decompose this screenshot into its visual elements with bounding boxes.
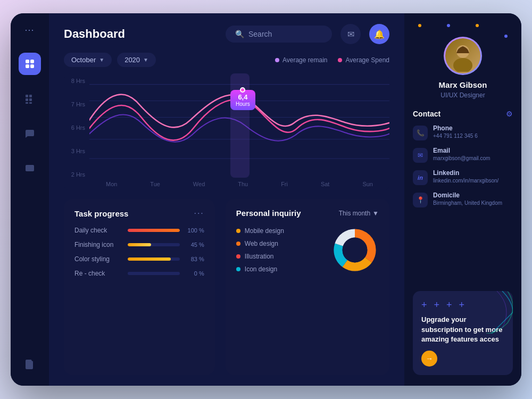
year-label: 2020 bbox=[124, 56, 140, 64]
search-icon: 🔍 bbox=[235, 30, 244, 38]
bottom-panels: Task progress ··· Daily check 100 % Fini… bbox=[49, 199, 404, 386]
svg-point-25 bbox=[453, 58, 472, 72]
tooltip-dot bbox=[240, 87, 245, 93]
personal-inquiry-panel: Personal inquiriy This month ▼ Mobile de… bbox=[226, 199, 389, 375]
task-progress-title: Task progress bbox=[74, 209, 128, 218]
contact-item-phone: 📞 Phone +44 791 112 345 6 bbox=[413, 124, 513, 140]
personal-inquiry-header: Personal inquiriy This month ▼ bbox=[236, 209, 379, 218]
personal-inquiry-legend: Mobile design Web design Illustration bbox=[236, 227, 322, 273]
mail-button[interactable]: ✉ bbox=[340, 24, 361, 44]
search-placeholder: Search bbox=[248, 30, 272, 38]
x-label-thu: Thu bbox=[238, 181, 248, 187]
chart-legend: Average remain Average Spend bbox=[275, 56, 389, 64]
sidebar-menu-dots[interactable]: ⋯ bbox=[24, 24, 36, 36]
task-pct-3: 83 % bbox=[185, 256, 204, 262]
chart-controls: October ▼ 2020 ▼ Average remain Average … bbox=[64, 53, 389, 67]
x-label-sat: Sat bbox=[321, 181, 330, 187]
contact-phone-info: Phone +44 791 112 345 6 bbox=[433, 124, 513, 139]
avatar bbox=[444, 37, 482, 75]
linkedin-icon: in bbox=[413, 170, 428, 185]
legend-spend: Average Spend bbox=[338, 56, 389, 64]
donut-chart bbox=[331, 226, 379, 274]
x-label-wed: Wed bbox=[193, 181, 205, 187]
progress-track-2 bbox=[128, 243, 180, 246]
tooltip-unit: Hours bbox=[236, 101, 250, 107]
y-label-8: 8 Hrs bbox=[64, 78, 89, 84]
x-label-tue: Tue bbox=[150, 181, 160, 187]
page-title: Dashboard bbox=[64, 27, 125, 41]
header: Dashboard 🔍 Search ✉ 🔔 bbox=[49, 13, 404, 53]
svg-rect-5 bbox=[29, 95, 32, 97]
legend-spend-label: Average Spend bbox=[345, 56, 389, 64]
legend-item-mobile: Mobile design bbox=[236, 227, 322, 235]
profile-bg-dots bbox=[413, 24, 513, 38]
legend-item-illustration: Illustration bbox=[236, 253, 322, 260]
task-name-1: Daily check bbox=[74, 227, 122, 234]
task-pct-4: 0 % bbox=[185, 270, 204, 277]
sidebar-item-grid[interactable] bbox=[19, 88, 41, 110]
x-label-fri: Fri bbox=[281, 181, 288, 187]
this-month-button[interactable]: This month ▼ bbox=[339, 210, 379, 217]
task-row: Finishing icon 45 % bbox=[74, 241, 204, 248]
task-name-4: Re - check bbox=[74, 270, 122, 277]
task-progress-menu[interactable]: ··· bbox=[194, 209, 204, 218]
legend-label-web: Web design bbox=[245, 240, 278, 247]
upgrade-card: + + + + Upgrade your subscription to get… bbox=[413, 291, 513, 375]
profile-section: Marx Gibson UI/UX Designer bbox=[413, 24, 513, 99]
wave-chart-wrapper: 8 Hrs 7 Hrs 6 Hrs 3 Hrs 2 Hrs bbox=[64, 73, 389, 190]
svg-rect-9 bbox=[29, 102, 32, 104]
svg-rect-7 bbox=[29, 98, 32, 101]
progress-track-4 bbox=[128, 272, 180, 275]
month-dropdown[interactable]: October ▼ bbox=[64, 53, 112, 67]
legend-dot-web bbox=[236, 242, 240, 246]
sidebar-item-messages[interactable] bbox=[19, 123, 41, 145]
legend-label-mobile: Mobile design bbox=[245, 227, 284, 235]
tooltip-value: 6,4 bbox=[236, 93, 250, 101]
profile-role: UI/UX Designer bbox=[440, 92, 485, 99]
svg-rect-2 bbox=[26, 64, 29, 68]
task-pct-1: 100 % bbox=[185, 227, 204, 234]
upgrade-button[interactable]: → bbox=[421, 351, 437, 367]
task-pct-2: 45 % bbox=[185, 242, 204, 248]
contact-header: Contact ⚙ bbox=[413, 110, 513, 118]
period-dropdown-arrow: ▼ bbox=[372, 210, 379, 217]
contact-domicile-info: Domicile Birmingham, United Kingdom bbox=[433, 192, 513, 206]
progress-fill-2 bbox=[128, 243, 151, 246]
legend-label-illustration: Illustration bbox=[245, 253, 274, 260]
svg-rect-6 bbox=[26, 98, 28, 101]
x-label-sun: Sun bbox=[362, 181, 373, 187]
legend-spend-dot bbox=[338, 58, 342, 62]
legend-item-icon: Icon design bbox=[236, 265, 322, 273]
phone-value: +44 791 112 345 6 bbox=[433, 133, 513, 139]
svg-rect-1 bbox=[30, 60, 34, 63]
x-label-mon: Mon bbox=[106, 181, 117, 187]
progress-fill-1 bbox=[128, 229, 180, 232]
svg-point-23 bbox=[343, 238, 368, 263]
phone-label: Phone bbox=[433, 124, 513, 132]
legend-remain: Average remain bbox=[275, 56, 328, 64]
svg-rect-0 bbox=[26, 60, 29, 63]
task-name-2: Finishing icon bbox=[74, 241, 122, 248]
legend-item-web: Web design bbox=[236, 240, 322, 247]
y-label-6: 6 Hrs bbox=[64, 124, 89, 131]
sidebar-item-docs[interactable] bbox=[19, 353, 41, 375]
sidebar-item-dashboard[interactable] bbox=[19, 53, 41, 75]
month-label: October bbox=[71, 56, 96, 64]
task-row: Re - check 0 % bbox=[74, 270, 204, 277]
chart-tooltip: 6,4 Hours bbox=[230, 90, 255, 110]
linkedin-label: Linkedin bbox=[433, 169, 513, 177]
period-label: This month bbox=[339, 210, 370, 217]
task-name-3: Color styling bbox=[74, 255, 122, 263]
phone-icon: 📞 bbox=[413, 126, 428, 140]
notification-button[interactable]: 🔔 bbox=[369, 24, 389, 44]
year-dropdown[interactable]: 2020 ▼ bbox=[117, 53, 156, 67]
y-label-2: 2 Hrs bbox=[64, 171, 89, 178]
contact-gear-icon[interactable]: ⚙ bbox=[506, 110, 513, 118]
legend-label-icon: Icon design bbox=[245, 265, 277, 273]
upgrade-plus-dots: + + + + bbox=[421, 300, 504, 311]
main-content: Dashboard 🔍 Search ✉ 🔔 October ▼ 2020 ▼ bbox=[49, 13, 404, 386]
sidebar-item-gallery[interactable] bbox=[19, 158, 41, 180]
legend-dot-icon bbox=[236, 267, 240, 271]
svg-rect-8 bbox=[26, 102, 28, 104]
search-bar[interactable]: 🔍 Search bbox=[226, 26, 332, 43]
